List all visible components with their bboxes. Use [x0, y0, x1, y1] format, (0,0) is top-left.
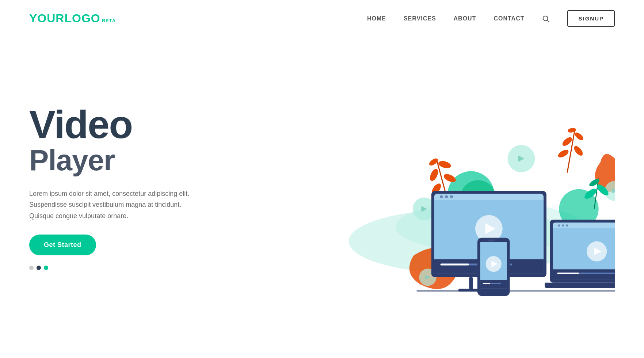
svg-rect-50: [440, 264, 469, 266]
logo[interactable]: YOURLOGO BETA: [29, 12, 116, 25]
dot-3[interactable]: [44, 266, 48, 270]
carousel-dots: [29, 266, 219, 270]
hero-desc-line1: Lorem ipsum dolor sit amet, consectetur …: [29, 188, 197, 199]
svg-rect-67: [480, 280, 507, 289]
svg-rect-72: [488, 240, 495, 241]
hero-description: Lorem ipsum dolor sit amet, consectetur …: [29, 188, 197, 222]
dot-1[interactable]: [29, 266, 34, 270]
get-started-button[interactable]: Get Started: [29, 235, 96, 255]
svg-point-57: [566, 224, 568, 226]
header: YOURLOGO BETA HOME SERVICES ABOUT CONTAC…: [0, 0, 644, 34]
nav-about[interactable]: ABOUT: [454, 15, 476, 22]
illustration-svg: [219, 52, 615, 315]
svg-point-0: [543, 16, 548, 20]
hero-left: Video Player Lorem ipsum dolor sit amet,…: [29, 105, 219, 270]
hero-illustration: [219, 52, 615, 315]
svg-point-45: [445, 195, 448, 198]
svg-rect-61: [557, 273, 579, 274]
svg-point-22: [428, 168, 440, 182]
svg-rect-69: [483, 283, 490, 284]
svg-point-46: [450, 195, 453, 198]
svg-point-27: [572, 145, 584, 157]
hero-desc-line3: Quisque congue vulputate ornare.: [29, 210, 197, 222]
nav-contact[interactable]: CONTACT: [494, 15, 524, 22]
main-nav: HOME SERVICES ABOUT CONTACT SIGNUP: [367, 10, 615, 27]
svg-point-30: [567, 127, 576, 133]
hero-desc-line2: Suspendisse suscipit vestibulum magna at…: [29, 199, 197, 210]
svg-point-23: [438, 160, 452, 169]
svg-line-1: [548, 20, 549, 22]
svg-point-44: [440, 195, 443, 198]
logo-text: YOURLOGO: [29, 12, 100, 25]
search-button[interactable]: [542, 15, 550, 23]
svg-rect-40: [469, 277, 473, 290]
logo-beta: BETA: [102, 18, 116, 23]
hero-title-player: Player: [29, 144, 219, 176]
svg-point-55: [558, 224, 560, 226]
hero-section: Video Player Lorem ipsum dolor sit amet,…: [0, 34, 644, 326]
dot-2[interactable]: [37, 266, 41, 270]
svg-rect-59: [553, 269, 615, 279]
hero-title-video: Video: [29, 105, 219, 144]
svg-point-56: [562, 224, 564, 226]
nav-services[interactable]: SERVICES: [404, 15, 436, 22]
search-icon: [542, 15, 550, 23]
svg-point-26: [557, 148, 569, 159]
signup-button[interactable]: SIGNUP: [567, 10, 615, 27]
nav-home[interactable]: HOME: [367, 15, 386, 22]
svg-point-29: [573, 131, 584, 141]
